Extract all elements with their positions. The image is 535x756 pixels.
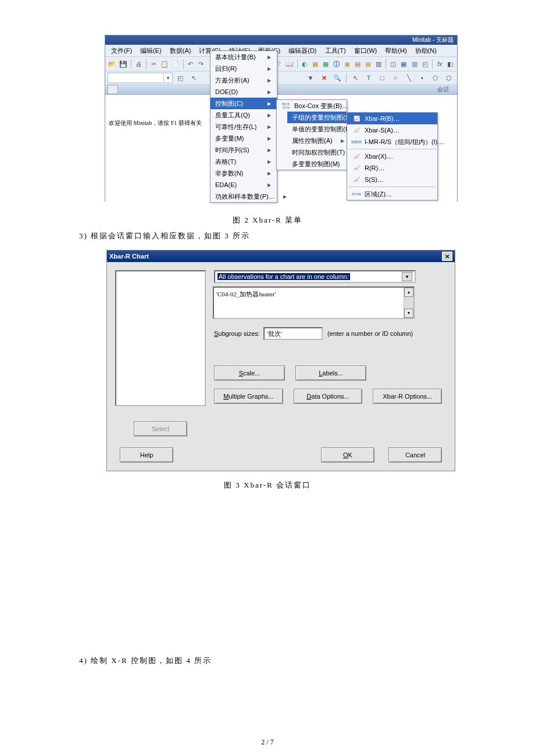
minitab-window: Minitab - 无标题 文件(F) 编辑(E) 数据(A) 计算(C) 统计… [105,35,458,202]
menu-item[interactable]: EDA(E)▶ [211,179,277,191]
cancel-button[interactable]: Cancel [388,447,442,463]
tool-icon[interactable]: ▦ [363,58,372,70]
toolbar-1: 📂 💾 🖨 ✂ 📋 📄 ↶ ↷ ? 📖 ◐ ▦ ▦ ⓘ ▣ ▤ ▦ ▥ ◫ [105,57,457,71]
figure-2-caption: 图 2 Xbar-R 菜单 [0,215,535,225]
menu-item[interactable]: DOE(D)▶ [211,86,277,98]
xbar-dropdown: 📈Xbar-R(B)… 📈Xbar-S(A)… IMRRI-MR-R/S（组间/… [347,112,438,200]
fx-icon[interactable]: fx [436,58,444,70]
tool-icon[interactable]: ◫ [389,58,398,70]
menu-item-r[interactable]: 📈R(R)… [347,162,437,174]
tool-icon[interactable]: ▣ [343,58,351,70]
menu-item[interactable]: 多变量(M)▶ [211,132,277,144]
scale-button[interactable]: Scale... [214,366,285,381]
labels-button[interactable]: Labels... [295,366,366,381]
book-icon[interactable]: 📖 [285,58,294,70]
menu-data[interactable]: 数据(A) [166,45,195,56]
close-icon[interactable]: ✕ [442,252,452,261]
tool-icon[interactable]: ◧ [446,58,455,70]
menu-item[interactable]: 属性控制图(A)▶ [287,135,347,146]
text-icon[interactable]: T [363,72,374,84]
poly-icon[interactable]: ⬠ [430,72,441,84]
menu-item[interactable]: 时间序列(S)▶ [211,144,277,156]
close-red-icon[interactable]: ✕ [318,72,330,84]
subgroup-input[interactable] [263,327,323,340]
tool-icon[interactable]: ◰ [174,72,186,84]
tool-icon[interactable]: ▦ [400,58,408,70]
rect-icon[interactable]: □ [376,72,388,84]
chart-icon: 📈 [352,175,361,184]
line-icon[interactable]: ╲ [403,72,415,84]
save-icon[interactable]: 💾 [119,58,128,70]
menu-item-xbar-s[interactable]: 📈Xbar-S(A)… [347,124,437,136]
menu-item-subgroup-var[interactable]: 子组的变量控制图(S)▶ [287,112,347,123]
print-icon[interactable]: 🖨 [134,58,143,70]
cut-icon[interactable]: ✂ [149,58,158,70]
font-combo[interactable]: ▼ [108,73,173,83]
poly-icon[interactable]: ⬡ [443,72,455,84]
chart-icon: 📈 [352,152,361,160]
column-listbox[interactable] [115,270,206,406]
xbar-r-options-button[interactable]: Xbar-R Options... [373,389,442,404]
menu-item-xbar[interactable]: 📈Xbar(X)… [347,151,437,162]
zoom-icon[interactable]: 🔍 [331,72,343,84]
menu-item-control-chart[interactable]: 控制图(C)▶ [211,98,277,109]
menu-item[interactable]: 质量工具(Q)▶ [211,109,277,121]
menu-item[interactable]: 回归(R)▶ [211,63,277,74]
menu-item-zone[interactable]: ZONE区域(Z)… [347,188,437,200]
chart-icon: IMRR [352,138,361,146]
menu-help[interactable]: 帮助(H) [381,45,410,56]
observation-mode-select[interactable]: All observations for a chart are in one … [214,270,416,283]
menu-edit[interactable]: 编辑(E) [137,45,165,56]
tool-icon[interactable]: ◰ [420,58,429,70]
menu-item[interactable]: 多变量控制图(M)▶ [287,158,347,170]
chart-icon: ZONE [352,190,361,198]
scrollbar[interactable]: ▲▼ [404,288,413,318]
tool-icon[interactable]: ▦ [322,58,330,70]
menu-item[interactable]: 非参数(N)▶ [211,167,277,179]
menu-editor[interactable]: 编辑器(D) [285,45,320,56]
ok-button[interactable]: OK [321,447,374,463]
pointer-icon[interactable]: ↖ [349,72,361,84]
scroll-down-icon[interactable]: ▼ [404,309,413,318]
menu-item-boxcox[interactable]: BOXCOXBox-Cox 变换(B)… [277,100,347,112]
menu-item[interactable]: 表格(T)▶ [211,156,277,167]
redo-icon[interactable]: ↷ [197,58,205,70]
figure-3-caption: 图 3 Xbar-R 会话窗口 [0,480,535,490]
copy-icon[interactable]: 📋 [160,58,169,70]
menu-item[interactable]: 可靠性/生存(L)▶ [211,121,277,132]
menu-item[interactable]: 基本统计量(B)▶ [211,51,277,63]
dropdown-icon[interactable]: ▼ [305,72,316,84]
undo-icon[interactable]: ↶ [186,58,195,70]
tool-icon[interactable]: ◐ [301,58,309,70]
scroll-up-icon[interactable]: ▲ [404,288,413,297]
menu-item[interactable]: 时间加权控制图(T)▶ [287,146,347,158]
variables-textarea[interactable]: 'C04-02_加热器heater' ▲▼ [213,286,415,319]
chevron-down-icon[interactable]: ▼ [402,272,412,281]
tab-icon[interactable] [108,85,118,94]
dialog-title: Xbar-R Chart [109,253,149,260]
menu-item-xbar-r[interactable]: 📈Xbar-R(B)… [347,113,437,124]
circle-icon[interactable]: ○ [390,72,401,84]
pointer-icon[interactable]: ↖ [188,72,199,84]
menu-item[interactable]: 方差分析(A)▶ [211,74,277,86]
menu-file[interactable]: 文件(F) [108,45,135,56]
info-icon[interactable]: ⓘ [332,58,341,70]
tool-icon[interactable]: ▤ [353,58,362,70]
help-button[interactable]: Help [120,447,173,463]
data-options-button[interactable]: Data Options... [294,389,363,404]
paragraph-3: 3) 根据会话窗口输入相应数据，如图 3 所示 [79,231,250,241]
menu-item-imr[interactable]: IMRRI-MR-R/S（组间/组内）(I)… [347,136,437,148]
dot-icon[interactable]: • [416,72,428,84]
paste-icon[interactable]: 📄 [171,58,180,70]
menu-item-s[interactable]: 📈S(S)… [347,174,437,185]
menu-item[interactable]: 单值的变量控制图(I)▶ [287,123,347,135]
menu-window[interactable]: 窗口(W) [351,45,381,56]
tool-icon[interactable]: ▥ [410,58,419,70]
menu-assist[interactable]: 协助(N) [412,45,440,56]
tool-icon[interactable]: ▥ [374,58,383,70]
multiple-graphs-button[interactable]: Multiple Graphs... [214,389,283,404]
open-icon[interactable]: 📂 [108,58,117,70]
menu-tools[interactable]: 工具(T) [322,45,349,56]
menu-item[interactable]: 功效和样本数量(P)…▶ [211,191,277,202]
tool-icon[interactable]: ▦ [311,58,320,70]
